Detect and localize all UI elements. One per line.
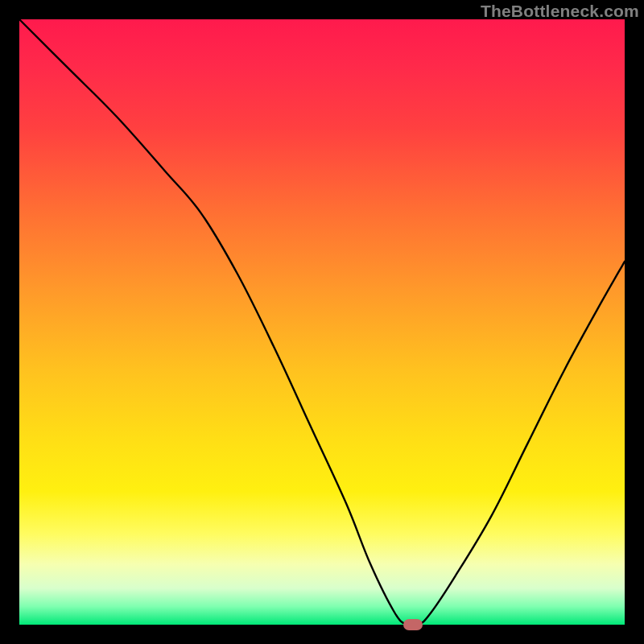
chart-frame: TheBottleneck.com (0, 0, 644, 644)
minimum-marker (403, 619, 423, 630)
watermark-text: TheBottleneck.com (481, 2, 639, 21)
bottleneck-curve (19, 19, 625, 625)
chart-plot-area (19, 19, 625, 625)
